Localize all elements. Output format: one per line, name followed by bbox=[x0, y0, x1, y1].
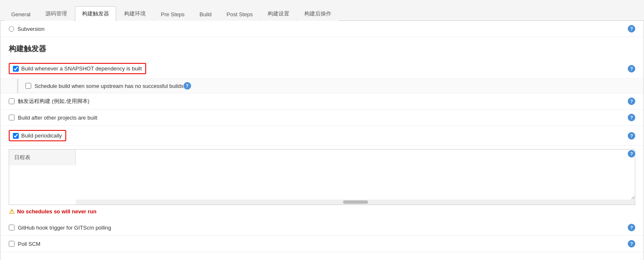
schedule-textarea[interactable] bbox=[76, 150, 635, 200]
outer-container: General 源码管理 构建触发器 构建环境 Pre Steps Build … bbox=[0, 0, 644, 260]
warning-text: No schedules so will never run bbox=[17, 208, 97, 215]
trigger-snapshot-row: Build whenever a SNAPSHOT dependency is … bbox=[0, 59, 644, 79]
upstream-checkbox[interactable] bbox=[25, 83, 31, 89]
subversion-label: Subversion bbox=[17, 26, 45, 32]
remote-help-icon[interactable]: ? bbox=[628, 98, 635, 105]
periodically-checkbox[interactable] bbox=[13, 133, 19, 139]
trigger-periodically-row: Build periodically ? bbox=[0, 126, 644, 146]
warning-row: ⚠ No schedules so will never run bbox=[0, 205, 644, 220]
tab-postbuild[interactable]: 构建后操作 bbox=[297, 6, 338, 21]
main-content: Subversion ? 构建触发器 Build whenever a SNAP… bbox=[0, 21, 644, 260]
upstream-help-icon[interactable]: ? bbox=[184, 82, 191, 90]
trigger-remote-row: 触发远程构建 (例如,使用脚本) ? bbox=[0, 93, 644, 110]
pollscm-checkbox[interactable] bbox=[9, 241, 15, 247]
github-help-icon[interactable]: ? bbox=[628, 224, 635, 231]
periodically-help-icon[interactable]: ? bbox=[628, 132, 635, 140]
scrollbar-area bbox=[76, 200, 635, 205]
github-checkbox[interactable] bbox=[9, 225, 15, 230]
snapshot-checkbox[interactable] bbox=[13, 66, 19, 72]
scrollbar-thumb bbox=[343, 200, 368, 204]
tab-general[interactable]: General bbox=[4, 8, 37, 21]
subversion-radio[interactable] bbox=[9, 26, 14, 32]
section-title: 构建触发器 bbox=[0, 37, 644, 59]
remote-label: 触发远程构建 (例如,使用脚本) bbox=[18, 98, 90, 105]
subversion-help-icon[interactable]: ? bbox=[628, 25, 635, 32]
periodically-label: Build periodically bbox=[21, 132, 62, 139]
github-label: GitHub hook trigger for GITScm polling bbox=[18, 225, 111, 231]
tab-triggers[interactable]: 构建触发器 bbox=[75, 6, 116, 21]
upstream-label: Schedule build when some upstream has no… bbox=[35, 83, 184, 89]
snapshot-label: Build whenever a SNAPSHOT dependency is … bbox=[21, 65, 142, 72]
periodically-red-outline: Build periodically bbox=[9, 130, 66, 141]
tab-build[interactable]: Build bbox=[192, 8, 219, 21]
after-other-label: Build after other projects are built bbox=[18, 115, 97, 121]
tab-scm[interactable]: 源码管理 bbox=[38, 6, 74, 21]
tab-poststeps[interactable]: Post Steps bbox=[219, 8, 260, 21]
trigger-pollscm-row: Poll SCM ? bbox=[0, 236, 644, 252]
tab-bar: General 源码管理 构建触发器 构建环境 Pre Steps Build … bbox=[0, 0, 644, 21]
trigger-github-row: GitHub hook trigger for GITScm polling ? bbox=[0, 220, 644, 236]
tab-presteps[interactable]: Pre Steps bbox=[154, 8, 191, 21]
subversion-row: Subversion ? bbox=[0, 21, 644, 37]
upstream-row: Schedule build when some upstream has no… bbox=[0, 79, 644, 93]
schedule-container: 日程表 bbox=[9, 149, 635, 205]
tab-env[interactable]: 构建环境 bbox=[117, 6, 153, 21]
pollscm-help-icon[interactable]: ? bbox=[628, 240, 635, 248]
tab-settings[interactable]: 构建设置 bbox=[261, 6, 296, 21]
schedule-input-area bbox=[76, 150, 635, 205]
after-other-help-icon[interactable]: ? bbox=[628, 114, 635, 121]
after-other-checkbox[interactable] bbox=[9, 115, 15, 120]
snapshot-help-icon[interactable]: ? bbox=[628, 65, 635, 72]
warning-triangle-icon: ⚠ bbox=[9, 208, 15, 215]
pollscm-label: Poll SCM bbox=[18, 241, 40, 247]
snapshot-red-outline: Build whenever a SNAPSHOT dependency is … bbox=[9, 63, 146, 74]
schedule-help-icon[interactable]: ? bbox=[628, 150, 635, 158]
indent-border bbox=[17, 79, 18, 93]
schedule-section: 日程表 ? bbox=[0, 146, 644, 205]
trigger-after-other-row: Build after other projects are built ? bbox=[0, 110, 644, 126]
schedule-label: 日程表 bbox=[9, 150, 76, 165]
remote-checkbox[interactable] bbox=[9, 98, 15, 104]
